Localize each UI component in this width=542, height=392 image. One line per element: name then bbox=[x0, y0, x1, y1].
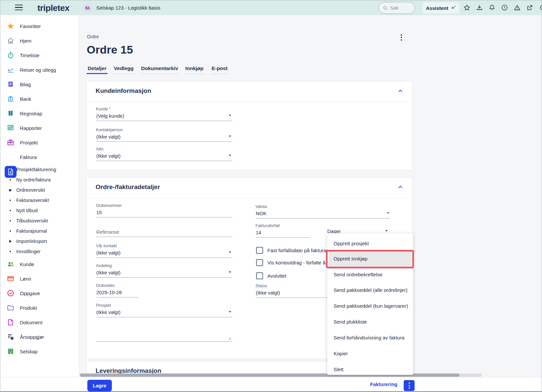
ordrenummer-field[interactable]: Ordrenummer 15 bbox=[96, 203, 232, 217]
search-box[interactable] bbox=[379, 2, 415, 14]
menu-item-send-pakkseddel-lagervarer[interactable]: Send pakkseddel (kun lagervarer) bbox=[327, 303, 413, 310]
breadcrumb[interactable]: Ordre bbox=[87, 34, 99, 39]
tab-detaljer[interactable]: Detaljer bbox=[87, 65, 108, 74]
collapse-chevron-up-icon[interactable] bbox=[397, 184, 404, 190]
sidebar-item-tilbudsoversikt[interactable]: Tilbudsoversikt bbox=[0, 216, 79, 225]
menu-item-send-ordrebekreftelse[interactable]: Send ordrebekreftelse bbox=[327, 272, 413, 278]
bullet-icon bbox=[10, 200, 11, 201]
menu-item-send-plukkliste[interactable]: Send plukkliste bbox=[327, 319, 413, 326]
stopwatch-icon bbox=[6, 51, 15, 59]
chevron-down-icon bbox=[387, 212, 389, 214]
bullet-icon bbox=[10, 179, 11, 180]
menu-item-slett[interactable]: Slett bbox=[327, 367, 413, 373]
sidebar-item-hjem[interactable]: Hjem bbox=[0, 35, 79, 47]
checkbox-avsluttet[interactable] bbox=[256, 272, 263, 279]
sidebar-item-prosjektfakturering[interactable]: Prosjektfakturering bbox=[0, 165, 79, 174]
external-link-icon[interactable] bbox=[526, 4, 533, 11]
sidebar-item-arsoppgjor[interactable]: Årsoppgjør bbox=[0, 331, 79, 343]
sidebar-item-dokument[interactable]: Dokument bbox=[0, 316, 79, 328]
kontaktperson-select[interactable]: Kontaktperson (Ikke valgt) bbox=[96, 128, 232, 142]
checkbox-vis-kontoutdrag[interactable] bbox=[256, 259, 263, 266]
fakturaforfall-field[interactable]: Fakturaforfall 14 bbox=[255, 223, 310, 238]
sidebar-item-nytt-tilbud[interactable]: Nytt tilbud bbox=[0, 206, 79, 215]
tab-epost[interactable]: E-post bbox=[211, 65, 228, 74]
sidebar-item-lonn[interactable]: Lønn bbox=[0, 273, 79, 285]
chevron-down-icon bbox=[229, 155, 231, 156]
sidebar-item-regnskap[interactable]: Regnskap bbox=[0, 107, 79, 119]
sidebar-item-innstillinger[interactable]: Innstillinger bbox=[0, 247, 79, 256]
invoicing-link[interactable]: Fakturering bbox=[348, 381, 397, 387]
menu-item-send-forhandsvisning[interactable]: Send forhåndsvisning av faktura bbox=[327, 335, 413, 341]
sidebar-item-timeliste[interactable]: Timeliste bbox=[0, 49, 79, 61]
sidebar-item-kunde[interactable]: Kunde bbox=[0, 258, 79, 270]
chevron-down-icon bbox=[229, 271, 231, 273]
resize-handle-icon[interactable] bbox=[228, 337, 232, 340]
app-window: tripletex S1 Selskap 123 - Logistikk bas… bbox=[0, 0, 542, 392]
collapse-chevron-up-icon[interactable] bbox=[397, 88, 404, 94]
favorite-star-icon[interactable] bbox=[463, 4, 471, 11]
menu-item-send-pakkseddel-alle[interactable]: Send pakkseddel (alle ordrelinjer) bbox=[327, 287, 413, 294]
assistant-label: Assistent bbox=[426, 5, 448, 11]
building-icon bbox=[6, 347, 15, 356]
tab-innkjop[interactable]: Innkjøp bbox=[185, 65, 204, 74]
hamburger-menu-icon[interactable] bbox=[15, 5, 23, 11]
sidebar-item-prosjekt[interactable]: Prosjekt bbox=[0, 137, 79, 148]
sidebar-item-ordreoversikt[interactable]: Ordreoversikt bbox=[0, 186, 79, 194]
search-icon bbox=[383, 5, 388, 11]
bullet-icon bbox=[10, 220, 11, 221]
company-name: Selskap 123 - Logistikk basis bbox=[96, 5, 160, 11]
kunde-select[interactable]: Kunde * (Velg kunde) bbox=[96, 107, 232, 121]
sidebar-item-produkt[interactable]: Produkt bbox=[0, 302, 79, 314]
sidebar-item-rapporter[interactable]: Rapporter bbox=[0, 122, 79, 134]
menu-item-opprett-innkjop[interactable]: Opprett innkjøp bbox=[327, 256, 413, 262]
sidebar-item-faktura[interactable]: Faktura bbox=[0, 151, 79, 163]
assistant-button[interactable]: Assistent bbox=[423, 2, 459, 14]
sidebar-item-fakturajournal[interactable]: Fakturajournal bbox=[0, 227, 79, 235]
section-title: Ordre-/fakturadetaljer bbox=[96, 183, 160, 191]
sidebar-item-fakturaoversikt[interactable]: Fakturaoversikt bbox=[0, 196, 79, 205]
sidebar-item-favoritter[interactable]: Favoritter bbox=[0, 20, 79, 32]
sidebar-item-import-eksport[interactable]: Import/eksport bbox=[0, 237, 79, 246]
briefcase-icon bbox=[6, 138, 15, 147]
warning-triangle-icon[interactable] bbox=[514, 4, 521, 11]
search-input[interactable] bbox=[390, 5, 410, 11]
chevron-down-icon bbox=[229, 311, 231, 313]
company-badge[interactable]: S1 bbox=[83, 3, 92, 12]
alert-circle-icon[interactable] bbox=[501, 4, 508, 11]
var-kontakt-select[interactable]: Vår kontakt (Ikke valgt) bbox=[96, 244, 232, 258]
topbar: tripletex S1 Selskap 123 - Logistikk bas… bbox=[0, 0, 542, 15]
chevron-down-icon bbox=[229, 115, 231, 116]
chevron-down-icon bbox=[229, 252, 231, 253]
prosjekt-select[interactable]: Prosjekt (Ikke valgt) bbox=[96, 303, 232, 317]
menu-item-kopier[interactable]: Kopier bbox=[327, 351, 413, 357]
kommentar-textarea[interactable] bbox=[96, 335, 232, 342]
profile-circle-icon[interactable] bbox=[539, 4, 542, 11]
tab-dokumentarkiv[interactable]: Dokumentarkiv bbox=[141, 65, 178, 74]
more-actions-kebab-button[interactable] bbox=[404, 380, 415, 391]
menu-item-opprett-prosjekt[interactable]: Opprett prosjekt bbox=[327, 241, 413, 247]
sidebar-item-bank[interactable]: Bank bbox=[0, 93, 79, 105]
save-button[interactable]: Lagre bbox=[87, 380, 112, 391]
check-circle-icon bbox=[6, 289, 15, 297]
order-actions-menu: Opprett prosjekt Opprett innkjøp Send or… bbox=[327, 233, 413, 375]
sidebar-item-oppgave[interactable]: Oppgave bbox=[0, 287, 79, 299]
download-icon[interactable] bbox=[476, 4, 483, 11]
checkbox-fast-forfallsdato[interactable] bbox=[256, 247, 263, 254]
sidebar-item-reiser-og-utlegg[interactable]: Reiser og utlegg bbox=[0, 64, 79, 76]
attn-select[interactable]: Attn. (Ikke valgt) bbox=[96, 147, 232, 161]
folder-icon bbox=[6, 303, 15, 312]
sidebar-item-bilag[interactable]: Bilag bbox=[0, 78, 79, 90]
voucher-icon bbox=[6, 80, 15, 89]
referanse-field[interactable]: Referanse bbox=[96, 223, 232, 237]
sidebar-item-ny-ordre-faktura[interactable]: Ny ordre/faktura bbox=[0, 176, 79, 184]
avdeling-select[interactable]: Avdeling (Ikke valgt) bbox=[96, 263, 232, 278]
notifications-bell-icon[interactable] bbox=[488, 4, 496, 11]
ordredato-field[interactable]: Ordredato 2025-10-28 bbox=[96, 283, 138, 297]
tab-vedlegg[interactable]: Vedlegg bbox=[114, 65, 134, 74]
valuta-select[interactable]: Valuta NOK bbox=[255, 204, 390, 218]
sidebar-item-selskap[interactable]: Selskap bbox=[0, 345, 79, 357]
payment-card-icon bbox=[6, 274, 15, 283]
card-kundeinformasjon: Kundeinformasjon Kunde * (Velg kunde) Ko… bbox=[86, 81, 413, 170]
page-actions-kebab-icon[interactable] bbox=[397, 33, 405, 42]
star-icon bbox=[6, 22, 15, 30]
